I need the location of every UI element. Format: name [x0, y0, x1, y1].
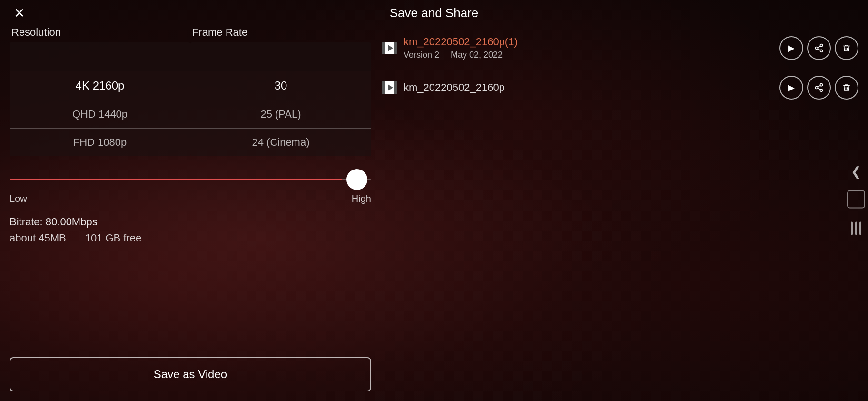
play-button-1[interactable]: ▶: [779, 36, 803, 60]
svg-line-17: [818, 85, 820, 87]
info-section: Bitrate: 80.00Mbps about 45MB 101 GB fre…: [10, 216, 371, 244]
svg-point-4: [820, 44, 823, 46]
resolution-item-qhd[interactable]: QHD 1440p: [10, 100, 190, 128]
svg-line-16: [818, 88, 820, 90]
svg-rect-10: [382, 81, 385, 94]
dialog-title: Save and Share: [390, 6, 478, 20]
framerate-picker: Frame Rate 30 25 (PAL) 24 (Cinema): [190, 26, 371, 156]
delete-button-1[interactable]: [835, 36, 858, 60]
video-date-1: May 02, 2022: [451, 50, 503, 60]
video-info-1: km_20220502_2160p(1) Version 2 May 02, 2…: [404, 36, 774, 60]
video-item-1: km_20220502_2160p(1) Version 2 May 02, 2…: [381, 28, 858, 68]
resolution-label: Resolution: [10, 26, 190, 39]
save-video-button[interactable]: Save as Video: [10, 357, 371, 391]
video-name-1: km_20220502_2160p(1): [404, 36, 774, 48]
resolution-list: 4K 2160p QHD 1440p FHD 1080p: [10, 42, 190, 156]
slider-track-container: [10, 168, 371, 191]
header: ✕ Save and Share: [0, 0, 868, 26]
resolution-item-fhd[interactable]: FHD 1080p: [10, 129, 190, 156]
delete-button-2[interactable]: [835, 76, 858, 100]
play-button-2[interactable]: ▶: [779, 76, 803, 100]
svg-point-15: [820, 89, 823, 91]
framerate-item-30[interactable]: 30: [190, 71, 371, 100]
quality-slider-section: Low High: [10, 168, 371, 204]
filmstrip-icon-2: [382, 81, 397, 94]
slider-low-label: Low: [10, 193, 27, 204]
video-meta-1: Version 2 May 02, 2022: [404, 50, 774, 60]
svg-rect-1: [382, 42, 385, 54]
framerate-item-25pal[interactable]: 25 (PAL): [190, 100, 371, 128]
slider-thumb[interactable]: [346, 169, 367, 190]
share-button-2[interactable]: [807, 76, 831, 100]
slider-high-label: High: [352, 193, 371, 204]
main-container: ✕ Save and Share Resolution 4K 2160p QHD…: [0, 0, 868, 401]
resolution-picker: Resolution 4K 2160p QHD 1440p FHD 1080p: [10, 26, 190, 156]
bitrate-text: Bitrate: 80.00Mbps: [10, 216, 371, 228]
storage-free-text: 101 GB free: [85, 232, 142, 244]
left-panel: Resolution 4K 2160p QHD 1440p FHD 1080p …: [10, 26, 371, 391]
framerate-list: 30 25 (PAL) 24 (Cinema): [190, 42, 371, 156]
video-icon-2: [381, 80, 398, 95]
video-item-2: km_20220502_2160p ▶: [381, 68, 858, 107]
svg-point-5: [816, 47, 818, 49]
svg-line-8: [818, 46, 820, 47]
pickers-row: Resolution 4K 2160p QHD 1440p FHD 1080p …: [10, 26, 371, 156]
framerate-item-24cinema[interactable]: 24 (Cinema): [190, 129, 371, 156]
svg-line-7: [818, 49, 820, 50]
framerate-label: Frame Rate: [190, 26, 371, 39]
video-icon-1: [381, 41, 398, 55]
video-actions-2: ▶: [779, 76, 858, 100]
svg-rect-2: [394, 42, 397, 54]
slider-track-fill: [10, 179, 342, 180]
share-button-1[interactable]: [807, 36, 831, 60]
svg-point-14: [816, 87, 818, 89]
resolution-item-4k[interactable]: 4K 2160p: [10, 71, 190, 100]
svg-point-6: [820, 50, 823, 52]
slider-labels: Low High: [10, 193, 371, 204]
video-actions-1: ▶: [779, 36, 858, 60]
storage-row: about 45MB 101 GB free: [10, 232, 371, 244]
video-name-2: km_20220502_2160p: [404, 81, 774, 94]
video-info-2: km_20220502_2160p: [404, 81, 774, 94]
storage-size-text: about 45MB: [10, 232, 66, 244]
svg-rect-11: [394, 81, 397, 94]
close-button[interactable]: ✕: [10, 4, 29, 23]
content-area: Resolution 4K 2160p QHD 1440p FHD 1080p …: [0, 26, 868, 401]
right-panel: km_20220502_2160p(1) Version 2 May 02, 2…: [381, 26, 858, 391]
svg-point-13: [820, 84, 823, 86]
filmstrip-icon-1: [382, 42, 397, 54]
video-version-1: Version 2: [404, 50, 439, 60]
